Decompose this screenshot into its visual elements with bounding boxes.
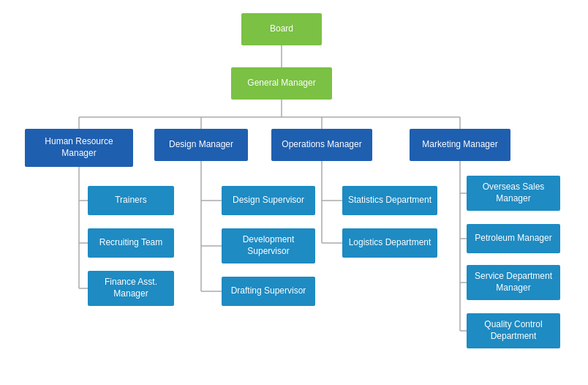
node-design_supervisor: Design Supervisor [222, 186, 315, 215]
node-statistics_dept: Statistics Department [342, 186, 437, 215]
node-marketing_manager: Marketing Manager [410, 129, 510, 161]
node-recruiting_team: Recruiting Team [88, 228, 174, 258]
node-logistics_dept: Logistics Department [342, 228, 437, 258]
node-service_dept: Service Department Manager [467, 265, 560, 300]
node-petroleum_mgr: Petroleum Manager [467, 224, 560, 253]
node-design_manager: Design Manager [154, 129, 248, 161]
node-quality_control: Quality Control Department [467, 313, 560, 348]
node-dev_supervisor: Development Supervisor [222, 228, 315, 263]
org-chart: BoardGeneral ManagerHuman Resource Manag… [0, 0, 588, 385]
node-trainers: Trainers [88, 186, 174, 215]
node-operations_manager: Operations Manager [271, 129, 372, 161]
node-drafting_supervisor: Drafting Supervisor [222, 277, 315, 306]
node-finance_asst: Finance Asst. Manager [88, 271, 174, 306]
node-overseas_sales: Overseas Sales Manager [467, 176, 560, 211]
node-hr_manager: Human Resource Manager [25, 129, 133, 167]
node-board: Board [241, 13, 322, 45]
node-general_manager: General Manager [231, 67, 332, 100]
